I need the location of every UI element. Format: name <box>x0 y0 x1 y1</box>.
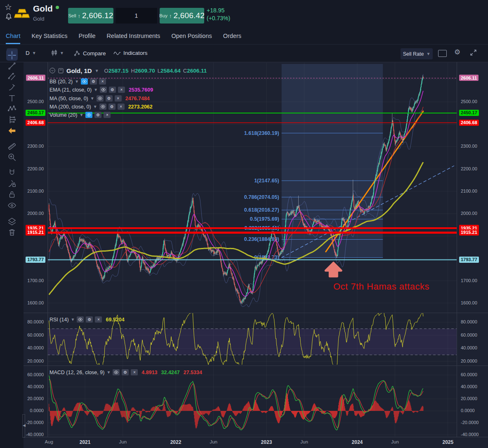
svg-text:0.5(1975.69): 0.5(1975.69) <box>250 216 279 222</box>
symbol-name[interactable]: Gold, 1D <box>66 67 92 74</box>
ohlc-letter: L <box>158 68 160 74</box>
macd-pane <box>49 376 423 430</box>
gear-icon[interactable]: ⚙ <box>106 95 113 101</box>
chevron-down-icon[interactable]: ▼ <box>90 96 94 101</box>
indicator-label[interactable]: MA (50, close, 0) <box>50 96 88 101</box>
panel-minimize-icon[interactable] <box>58 68 64 73</box>
collapse-circle-icon[interactable] <box>50 68 55 73</box>
svg-text:0.786(2074.05): 0.786(2074.05) <box>244 194 279 200</box>
ma-legend-row: MA (50, close, 0)▼⚙×2476.7484 <box>50 95 150 102</box>
annotation-text[interactable]: Oct 7th Hamas attacks <box>333 281 429 292</box>
svg-text:1.618(2360.19): 1.618(2360.19) <box>244 130 279 136</box>
up-arrow-marker <box>325 263 341 276</box>
eye-icon[interactable] <box>81 78 88 85</box>
eye-icon[interactable] <box>99 104 106 110</box>
symbol-legend: Gold, 1D ▼ O2587.15H2609.70L2584.64C2606… <box>50 67 207 74</box>
indicator-label[interactable]: Volume (20) <box>50 112 77 118</box>
ohlc-value: 2609.70 <box>135 68 155 74</box>
macd-legend-row: MACD (12, 26, close, 9)▼⚙×4.891332.42472… <box>50 369 206 376</box>
eye-icon[interactable] <box>77 316 84 323</box>
svg-text:0.236(1884.89): 0.236(1884.89) <box>244 236 279 242</box>
close-icon[interactable]: × <box>115 95 122 101</box>
indicator-label[interactable]: MACD (12, 26, close, 9) <box>50 370 104 375</box>
ohlc-values: O2587.15H2609.70L2584.64C2606.11 <box>102 67 207 74</box>
chevron-down-icon[interactable]: ▼ <box>94 87 98 92</box>
indicator-value: 2273.2062 <box>128 104 153 110</box>
chevron-down-icon[interactable]: ▼ <box>106 370 111 375</box>
indicator-value: 2476.7484 <box>125 96 150 101</box>
gear-icon[interactable]: ⚙ <box>86 316 93 323</box>
eye-icon[interactable] <box>113 369 120 375</box>
indicator-value: 69.5204 <box>106 317 124 323</box>
indicator-label[interactable]: MA (200, close, 0) <box>50 104 91 110</box>
eye-icon[interactable] <box>100 87 107 93</box>
indicator-label[interactable]: RSI (14) <box>50 317 69 323</box>
gear-icon[interactable]: ⚙ <box>109 87 116 93</box>
gear-icon[interactable]: ⚙ <box>94 112 101 118</box>
close-icon[interactable]: × <box>131 369 138 375</box>
indicator-label[interactable]: BB (20, 2) <box>50 79 73 85</box>
volume-legend-row: Volume (20)▼⚙× <box>50 111 111 118</box>
chevron-down-icon[interactable]: ▼ <box>93 104 97 109</box>
gear-icon[interactable]: ⚙ <box>90 78 97 85</box>
eye-icon[interactable] <box>97 95 104 101</box>
svg-text:0.618(2016.27): 0.618(2016.27) <box>244 207 279 213</box>
chevron-down-icon[interactable]: ▼ <box>75 79 79 84</box>
ma-legend-row: MA (200, close, 0)▼⚙×2273.2062 <box>50 103 153 110</box>
indicator-value: 2535.7609 <box>129 87 153 93</box>
rsi-legend-row: RSI (14)▼⚙×69.5204 <box>50 316 125 323</box>
ohlc-value: 2606.11 <box>187 68 207 74</box>
indicator-label[interactable]: EMA (21, close, 0) <box>50 87 92 93</box>
gear-icon[interactable]: ⚙ <box>122 369 129 375</box>
trading-app: ☆ Gold Gold Sell ↑ 2,606.12 1 Buy ↑ 2,60… <box>0 0 488 448</box>
ohlc-value: 2584.64 <box>160 68 181 74</box>
eye-icon[interactable] <box>85 112 92 118</box>
close-icon[interactable]: × <box>118 87 125 93</box>
bb-legend-row: BB (20, 2)▼⚙× <box>50 78 106 85</box>
axis-collapse-arrow[interactable]: ◀ <box>23 423 26 427</box>
close-icon[interactable]: × <box>104 112 111 118</box>
ema-legend-row: EMA (21, close, 0)▼⚙×2535.7609 <box>50 86 153 93</box>
close-icon[interactable]: × <box>99 78 106 85</box>
svg-text:1(2147.65): 1(2147.65) <box>254 178 279 184</box>
close-icon[interactable]: × <box>118 104 125 110</box>
gridlines <box>47 63 457 436</box>
close-icon[interactable]: × <box>95 316 102 323</box>
chevron-down-icon[interactable]: ▼ <box>79 113 83 117</box>
ohlc-letter: C <box>183 68 187 74</box>
ohlc-value: 2587.15 <box>108 68 129 74</box>
chevron-down-icon[interactable]: ▼ <box>95 68 99 73</box>
gear-icon[interactable]: ⚙ <box>108 104 116 110</box>
ohlc-letter: H <box>131 68 135 74</box>
indicator-value: 4.891332.424727.5334 <box>141 370 206 375</box>
chevron-down-icon[interactable]: ▼ <box>71 317 75 322</box>
ohlc-letter: O <box>104 68 108 74</box>
